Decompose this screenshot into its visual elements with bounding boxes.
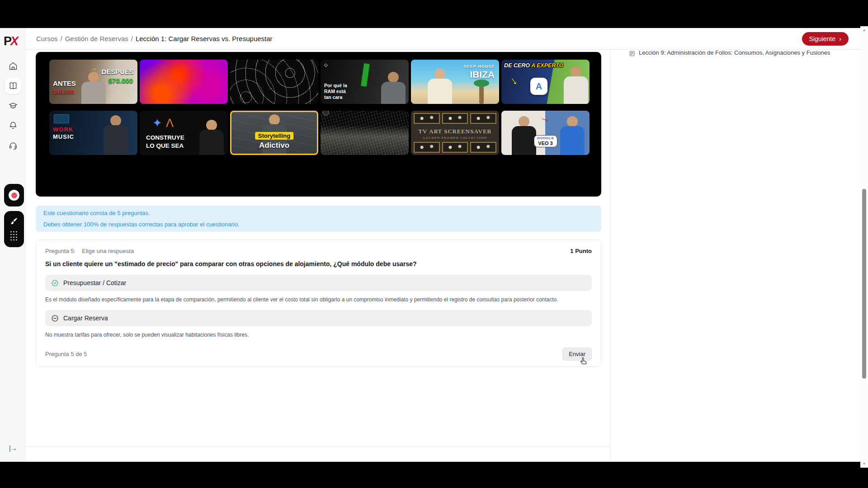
person-silhouette xyxy=(563,66,589,104)
breadcrumb-course[interactable]: Gestión de Reservas xyxy=(65,35,128,42)
document-icon xyxy=(629,50,635,57)
sidebar-item-courses[interactable] xyxy=(5,78,21,94)
annotation-toolbar xyxy=(4,211,24,247)
question-number-label: Pregunta 5: xyxy=(45,248,75,254)
sidebar-nav xyxy=(0,58,26,154)
breadcrumb-separator: / xyxy=(61,35,62,42)
submit-button[interactable]: Enviar xyxy=(562,347,592,361)
sidebar-item-support[interactable] xyxy=(5,137,21,154)
open-book-icon xyxy=(9,81,18,90)
submit-label: Enviar xyxy=(569,351,585,357)
lesson-list-panel: Lección 9: Administración de Folios: Con… xyxy=(610,50,860,462)
video-thumb-ibiza[interactable]: DEEP HOUSE IBIZA xyxy=(411,60,499,104)
graduation-cap-icon xyxy=(9,101,18,110)
thumb-title: DE CERO A EXPERTO xyxy=(504,62,563,69)
content-divider xyxy=(26,446,610,447)
thumb-text: LO QUE SEA xyxy=(146,142,184,149)
brush-icon[interactable] xyxy=(10,217,18,225)
sidebar-item-academy[interactable] xyxy=(5,98,21,114)
lesson-item-title: Lección 9: Administración de Folios: Con… xyxy=(639,49,830,56)
record-ring xyxy=(9,190,19,201)
question-header: Pregunta 5: Elige una respuesta 1 Punto xyxy=(45,248,592,254)
person-silhouette xyxy=(511,116,537,155)
logo-letter-p: P xyxy=(4,34,10,48)
home-icon xyxy=(9,61,18,70)
question-footer: Pregunta 5 de 5 Enviar xyxy=(45,347,592,361)
scrollbar-up-arrow[interactable]: ▲ xyxy=(860,28,868,32)
person-silhouette xyxy=(381,72,406,104)
hand-cursor-icon xyxy=(580,357,588,366)
video-thumb-antes-despues[interactable]: → ANTES $40.000 DESPUÉS $70.000 xyxy=(49,60,137,104)
question-card: Pregunta 5: Elige una respuesta 1 Punto … xyxy=(36,239,601,367)
lesson-list-item[interactable]: Lección 9: Administración de Folios: Con… xyxy=(611,48,860,57)
person-silhouette xyxy=(81,72,106,104)
video-thumb-storytelling-selected[interactable]: Storytelling Adictivo xyxy=(230,111,318,155)
record-dot-icon xyxy=(11,192,17,198)
thumb-text: GOLDEN FRAMED COLLECTION xyxy=(411,136,499,140)
breadcrumb-current-lesson: Lección 1: Cargar Reservas vs. Presupues… xyxy=(136,35,273,42)
video-thumb-construye[interactable]: ✦Λ CONSTRUYE LO QUE SEA xyxy=(140,111,228,155)
person-silhouette xyxy=(427,69,453,104)
video-thumb-thermal[interactable] xyxy=(140,60,228,104)
video-player[interactable]: → ANTES $40.000 DESPUÉS $70.000 ◇ Por qu… xyxy=(36,52,601,197)
video-thumb-ram[interactable]: ◇ Por qué la RAM está tan cara xyxy=(321,60,409,104)
app-icon-graphic: A xyxy=(530,78,547,95)
app-window: PX |→ xyxy=(0,28,860,462)
video-thumb-work-music[interactable]: WORK MUSIC xyxy=(49,111,137,155)
thumb-caption: Por qué la RAM está tan cara xyxy=(324,83,354,100)
thumb-text: IBIZA xyxy=(470,69,495,80)
breadcrumb-separator: / xyxy=(131,35,133,42)
page-scrollbar[interactable]: ▲ ▼ xyxy=(860,26,868,468)
red-arrow-icon: → xyxy=(538,111,552,126)
next-label: Siguiente xyxy=(809,35,835,42)
sidebar-expand-icon[interactable]: |→ xyxy=(9,445,17,452)
scrollbar-thumb[interactable] xyxy=(862,189,866,379)
question-points: 1 Punto xyxy=(570,248,592,254)
top-black-bar xyxy=(0,0,868,28)
answer-option-correct[interactable]: Presupuestar / Cotizar xyxy=(45,275,592,291)
bell-icon xyxy=(9,121,18,130)
app-logo[interactable]: PX xyxy=(4,34,17,48)
sidebar-item-home[interactable] xyxy=(5,58,21,74)
video-thumb-google-veo3[interactable]: → GOOGLE VEO 3 xyxy=(501,111,590,155)
person-silhouette xyxy=(199,120,224,155)
thumb-text: $40.000 xyxy=(53,89,74,95)
screen-record-button[interactable] xyxy=(4,184,24,206)
framed-art-row xyxy=(414,113,496,124)
video-thumb-nest-cam[interactable] xyxy=(321,111,409,155)
person-silhouette xyxy=(103,115,128,155)
drag-handle-icon[interactable] xyxy=(10,231,18,241)
thumb-text: DEEP HOUSE xyxy=(463,64,495,69)
video-thumb-topographic[interactable] xyxy=(230,60,318,104)
sidebar: PX |→ xyxy=(0,28,26,462)
lesson-content: → ANTES $40.000 DESPUÉS $70.000 ◇ Por qu… xyxy=(26,50,610,462)
quiz-notice-line2: Debes obtener 100% de respuestas correct… xyxy=(43,221,594,228)
check-circle-icon xyxy=(51,279,59,287)
breadcrumb-courses[interactable]: Cursos xyxy=(36,35,58,42)
bottom-black-bar xyxy=(0,462,868,488)
suggested-videos-grid: → ANTES $40.000 DESPUÉS $70.000 ◇ Por qu… xyxy=(49,60,601,155)
chevron-right-icon: › xyxy=(839,35,841,42)
header: Cursos / Gestión de Reservas / Lección 1… xyxy=(26,28,860,50)
sidebar-item-notifications[interactable] xyxy=(5,117,21,134)
thumb-text: WORK xyxy=(53,126,73,133)
answer-explanation: Es el módulo diseñado específicamente pa… xyxy=(45,296,592,303)
thumb-text: $70.000 xyxy=(108,77,133,84)
question-instruction: Elige una respuesta xyxy=(82,248,134,254)
thumb-text: TV ART SCREENSAVER xyxy=(411,128,499,135)
scrollbar-down-arrow[interactable]: ▼ xyxy=(860,462,868,466)
thumb-text: Adictivo xyxy=(259,141,289,150)
next-lesson-button[interactable]: Siguiente › xyxy=(802,32,849,46)
video-thumb-tv-art[interactable]: TV ART SCREENSAVER GOLDEN FRAMED COLLECT… xyxy=(411,111,499,155)
question-text: Si un cliente quiere un "estimado de pre… xyxy=(45,260,592,267)
ram-stick-graphic xyxy=(360,63,370,87)
answer-option-other[interactable]: Cargar Reserva xyxy=(45,310,592,326)
headset-icon xyxy=(9,141,18,150)
monitor-graphic xyxy=(54,114,69,123)
answer-option-label: Presupuestar / Cotizar xyxy=(63,279,126,286)
breadcrumb: Cursos / Gestión de Reservas / Lección 1… xyxy=(36,35,273,42)
framed-art-row xyxy=(414,142,496,153)
quiz-notice-banner: Este cuestionario consta de 5 preguntas.… xyxy=(36,206,601,232)
video-thumb-de-cero-a-experto[interactable]: DE CERO A EXPERTO → A xyxy=(501,60,590,104)
gemini-logo-icons: ✦Λ xyxy=(152,116,174,130)
